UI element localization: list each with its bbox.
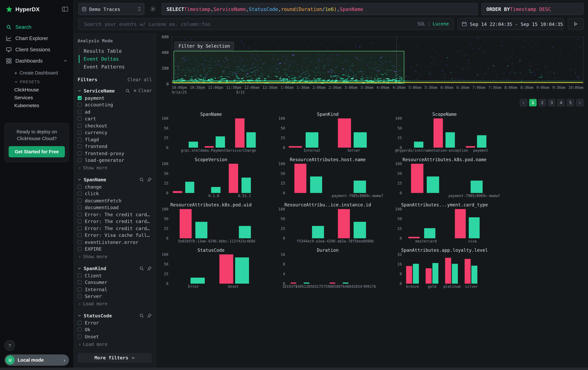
- checkbox[interactable]: [78, 247, 82, 251]
- bar-green[interactable]: [414, 142, 423, 148]
- filter-item-error-visa-cache-full[interactable]: Error: Visa cache full: …: [78, 232, 152, 239]
- bar-pink[interactable]: [294, 164, 306, 193]
- bar-green[interactable]: [195, 222, 207, 238]
- mini-chart-plot[interactable]: [404, 209, 496, 238]
- sql-query[interactable]: SELECT Timestamp, ServiceName, StatusCod…: [162, 3, 478, 15]
- filter-item-error[interactable]: Error: [78, 319, 152, 326]
- mini-chart-plot[interactable]: [170, 209, 263, 238]
- language-sql-option[interactable]: SQL: [417, 21, 426, 27]
- bar-green[interactable]: [432, 263, 438, 284]
- checkbox[interactable]: [78, 199, 82, 203]
- clear-all-button[interactable]: Clear all: [127, 77, 152, 82]
- checkbox[interactable]: [78, 117, 82, 121]
- timechart-plot[interactable]: Filter by Selection: [172, 37, 584, 84]
- filter-item-server[interactable]: Server: [78, 293, 152, 300]
- page-next-button[interactable]: ›: [576, 99, 584, 107]
- checkbox[interactable]: [78, 185, 82, 189]
- page-prev-button[interactable]: ‹: [520, 99, 527, 107]
- filter-item-consumer[interactable]: Consumer: [78, 279, 152, 286]
- bar-green[interactable]: [424, 229, 435, 238]
- bar-pink[interactable]: [433, 118, 443, 148]
- sidebar-item-kubernetes[interactable]: Kubernetes: [14, 101, 74, 110]
- bar-green[interactable]: [354, 181, 366, 193]
- filter-item-frontend[interactable]: frontend: [78, 143, 152, 150]
- filter-group-header-servicename[interactable]: ServiceNameClear: [78, 87, 152, 94]
- checkbox[interactable]: [78, 334, 82, 339]
- language-lucene-option[interactable]: Lucene: [433, 21, 449, 27]
- page-button-4[interactable]: 4: [557, 99, 565, 107]
- filter-group-header-statuscode[interactable]: StatusCode: [78, 312, 152, 319]
- presets-toggle[interactable]: PRESETS: [14, 78, 74, 86]
- mini-chart-plot[interactable]: [287, 164, 380, 193]
- run-query-button[interactable]: [568, 18, 584, 30]
- bar-pink[interactable]: [338, 118, 351, 148]
- page-button-2[interactable]: 2: [539, 99, 546, 107]
- bar-pink[interactable]: [406, 266, 412, 284]
- bar-green[interactable]: [242, 178, 251, 193]
- bar-green[interactable]: [354, 132, 367, 148]
- checkbox[interactable]: [78, 110, 82, 114]
- bar-green[interactable]: [246, 132, 256, 148]
- bar-green[interactable]: [239, 226, 251, 238]
- filter-item-expire[interactable]: EXPIRE: [78, 246, 152, 253]
- filter-by-selection-button[interactable]: Filter by Selection: [174, 42, 234, 51]
- filter-item-error-the-credit-card[interactable]: Error: The credit card (…: [78, 225, 152, 232]
- source-select[interactable]: Demo Traces: [78, 3, 144, 15]
- filter-item-payment[interactable]: payment: [78, 94, 152, 101]
- mini-chart-plot[interactable]: [287, 209, 380, 238]
- selection-region[interactable]: [174, 51, 404, 83]
- filter-item-cart[interactable]: cart: [78, 115, 152, 122]
- page-button-3[interactable]: 3: [548, 99, 556, 107]
- bar-pink[interactable]: [411, 164, 423, 193]
- filter-item-load-generator[interactable]: load-generator: [78, 157, 152, 164]
- sidebar-item-dashboards[interactable]: Dashboards: [0, 55, 74, 66]
- bar-green[interactable]: [343, 282, 348, 284]
- bar-pink[interactable]: [466, 146, 475, 148]
- filter-item-eventlistener-error[interactable]: eventListener.error: [78, 239, 152, 246]
- bar-pink[interactable]: [220, 254, 233, 284]
- checkbox[interactable]: [78, 212, 82, 217]
- help-button[interactable]: ?: [4, 340, 15, 351]
- filter-item-checkout[interactable]: checkout: [78, 122, 152, 129]
- bar-green[interactable]: [445, 132, 455, 148]
- filter-item-unset[interactable]: Unset: [78, 333, 152, 340]
- clear-filter-button[interactable]: Clear: [133, 88, 152, 93]
- filter-item-frontend-proxy[interactable]: frontend-proxy: [78, 150, 152, 157]
- bar-pink[interactable]: [426, 269, 431, 284]
- checkbox[interactable]: [78, 328, 82, 332]
- search-icon[interactable]: [139, 266, 144, 270]
- show-more-button[interactable]: ›Show more: [78, 253, 152, 260]
- checkbox[interactable]: [78, 287, 82, 291]
- checkbox[interactable]: [78, 321, 82, 325]
- filter-item-documentfetch[interactable]: documentFetch: [78, 197, 152, 204]
- bar-green[interactable]: [413, 264, 419, 284]
- get-started-button[interactable]: Get Started for Free: [9, 146, 65, 158]
- analysis-mode-results-table[interactable]: Results Table: [79, 47, 152, 55]
- checkbox[interactable]: [78, 96, 82, 100]
- bar-pink[interactable]: [455, 209, 466, 238]
- more-filters-button[interactable]: More filters: [78, 353, 152, 363]
- search-icon[interactable]: [139, 177, 144, 182]
- bar-pink[interactable]: [291, 282, 296, 284]
- search-icon[interactable]: [139, 313, 144, 318]
- checkbox[interactable]: [78, 151, 82, 155]
- bar-green[interactable]: [469, 217, 480, 238]
- filter-group-header-spankind[interactable]: SpanKind: [78, 264, 152, 272]
- filter-item-click[interactable]: click: [78, 190, 152, 197]
- mini-chart-plot[interactable]: [170, 254, 263, 284]
- bar-green[interactable]: [191, 278, 204, 284]
- filter-item-currency[interactable]: currency: [78, 129, 152, 136]
- gear-icon[interactable]: [148, 3, 158, 15]
- mini-chart-plot[interactable]: [170, 164, 263, 193]
- local-mode-button[interactable]: U Local mode ›: [4, 354, 69, 366]
- bar-green[interactable]: [471, 181, 483, 193]
- sidebar-item-clickhouse[interactable]: ClickHouse: [14, 86, 74, 94]
- checkbox[interactable]: [78, 273, 82, 278]
- analysis-mode-event-deltas[interactable]: Event Deltas: [79, 55, 152, 63]
- filter-item-change[interactable]: change: [78, 183, 152, 190]
- filter-item-client[interactable]: Client: [78, 272, 152, 279]
- checkbox[interactable]: [78, 124, 82, 128]
- bar-pink[interactable]: [205, 146, 214, 148]
- bar-green[interactable]: [477, 135, 486, 148]
- date-range-picker[interactable]: Sep 14 22:04:35 - Sep 15 10:04:35: [458, 18, 564, 30]
